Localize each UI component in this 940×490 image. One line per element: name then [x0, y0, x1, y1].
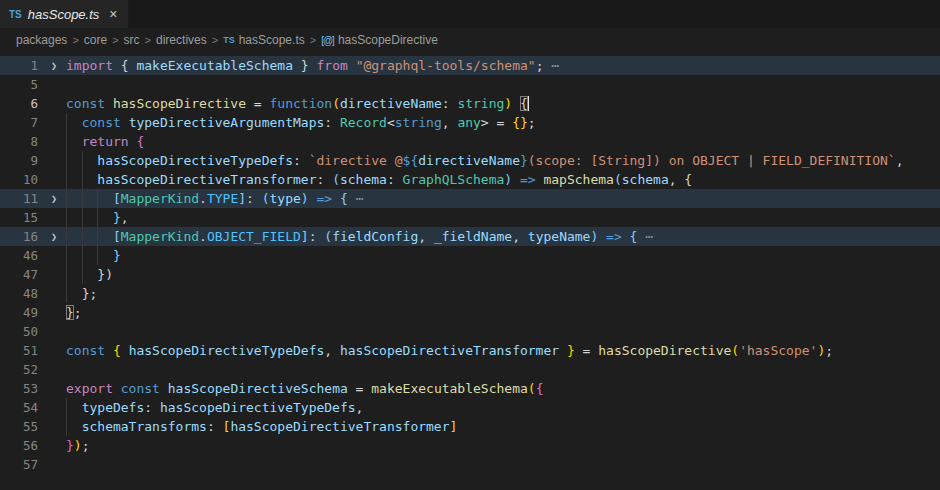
code-text: hasScopeDirectiveTransformer: (schema: G…	[66, 172, 692, 187]
breadcrumb-label: src	[124, 33, 140, 47]
indent-guide	[82, 151, 83, 170]
vscode-window: TS hasScope.ts × packages>core>src>direc…	[0, 0, 940, 490]
breadcrumb-item-src[interactable]: src	[124, 33, 140, 47]
breadcrumb-label: hasScope.ts	[239, 33, 305, 47]
code-text: export const hasScopeDirectiveSchema = m…	[66, 381, 543, 396]
chevron-right-icon[interactable]: ❯	[46, 189, 62, 208]
tab-bar: TS hasScope.ts ×	[0, 0, 940, 28]
indent-guide	[97, 208, 98, 227]
line-number[interactable]: 16	[0, 227, 38, 246]
code-text: schemaTransforms: [hasScopeDirectiveTran…	[66, 419, 457, 434]
code-text: }	[66, 248, 121, 263]
chevron-right-icon: >	[72, 34, 78, 46]
code-line[interactable]: 16❯ [MapperKind.OBJECT_FIELD]: (fieldCon…	[0, 227, 940, 246]
code-line[interactable]: 48 };	[0, 284, 940, 303]
code-line[interactable]: 9 hasScopeDirectiveTypeDefs: `directive …	[0, 151, 940, 170]
indent-guide	[66, 208, 67, 227]
code-line[interactable]: 6const hasScopeDirective = function(dire…	[0, 94, 940, 113]
breadcrumb-item-core[interactable]: core	[84, 33, 107, 47]
code-line[interactable]: 46 }	[0, 246, 940, 265]
indent-guide	[66, 151, 67, 170]
typescript-file-icon: TS	[9, 9, 22, 20]
code-line[interactable]: 1❯import { makeExecutableSchema } from "…	[0, 56, 940, 75]
line-number[interactable]: 46	[0, 246, 38, 265]
chevron-right-icon: >	[212, 34, 218, 46]
indent-guide	[66, 284, 67, 303]
typescript-file-icon: TS	[223, 35, 235, 45]
line-number[interactable]: 54	[0, 398, 38, 417]
line-number[interactable]: 1	[0, 56, 38, 75]
code-text: typeDefs: hasScopeDirectiveTypeDefs,	[66, 400, 363, 415]
indent-guide	[82, 170, 83, 189]
code-line[interactable]: 56});	[0, 436, 940, 455]
line-number[interactable]: 11	[0, 189, 38, 208]
indent-guide	[82, 227, 83, 246]
line-number[interactable]: 6	[0, 94, 38, 113]
code-text: const { hasScopeDirectiveTypeDefs, hasSc…	[66, 343, 833, 358]
indent-guide	[97, 227, 98, 246]
code-line[interactable]: 15 },	[0, 208, 940, 227]
indent-guide	[66, 227, 67, 246]
code-line[interactable]: 49};	[0, 303, 940, 322]
breadcrumb-item-hasscope-ts[interactable]: TShasScope.ts	[223, 33, 305, 47]
indent-guide	[82, 246, 83, 265]
breadcrumb-label: directives	[156, 33, 207, 47]
line-number[interactable]: 15	[0, 208, 38, 227]
code-line[interactable]: 10 hasScopeDirectiveTransformer: (schema…	[0, 170, 940, 189]
indent-guide	[66, 246, 67, 265]
line-number[interactable]: 5	[0, 75, 38, 94]
code-line[interactable]: 52	[0, 360, 940, 379]
tab-hasscope-ts[interactable]: TS hasScope.ts ×	[0, 0, 129, 28]
breadcrumb-item-hasscopedirective[interactable]: [@]hasScopeDirective	[321, 33, 438, 47]
code-line[interactable]: 7 const typeDirectiveArgumentMaps: Recor…	[0, 113, 940, 132]
chevron-right-icon: >	[145, 34, 151, 46]
line-number[interactable]: 57	[0, 455, 38, 474]
code-editor: 1❯import { makeExecutableSchema } from "…	[0, 52, 940, 490]
code-line[interactable]: 55 schemaTransforms: [hasScopeDirectiveT…	[0, 417, 940, 436]
breadcrumb-item-directives[interactable]: directives	[156, 33, 207, 47]
code-text: };	[66, 305, 82, 320]
line-number[interactable]: 48	[0, 284, 38, 303]
line-number[interactable]: 55	[0, 417, 38, 436]
code-line[interactable]: 47 })	[0, 265, 940, 284]
code-text: })	[66, 267, 113, 282]
code-text: [MapperKind.OBJECT_FIELD]: (fieldConfig,…	[66, 229, 653, 244]
line-number[interactable]: 9	[0, 151, 38, 170]
symbol-variable-icon: [@]	[321, 35, 334, 46]
close-icon[interactable]: ×	[109, 7, 117, 21]
tab-title: hasScope.ts	[28, 7, 100, 22]
code-text: };	[66, 286, 97, 301]
line-number[interactable]: 49	[0, 303, 38, 322]
chevron-right-icon: >	[310, 34, 316, 46]
code-line[interactable]: 57	[0, 455, 940, 474]
line-number[interactable]: 56	[0, 436, 38, 455]
chevron-right-icon[interactable]: ❯	[46, 227, 62, 246]
chevron-right-icon[interactable]: ❯	[46, 56, 62, 75]
line-number[interactable]: 53	[0, 379, 38, 398]
code-line[interactable]: 11❯ [MapperKind.TYPE]: (type) => { ⋯	[0, 189, 940, 208]
text-cursor	[528, 96, 530, 111]
code-line[interactable]: 8 return {	[0, 132, 940, 151]
code-line[interactable]: 50	[0, 322, 940, 341]
indent-guide	[82, 265, 83, 284]
indent-guide	[82, 208, 83, 227]
chevron-right-icon: >	[112, 34, 118, 46]
breadcrumb: packages>core>src>directives>TShasScope.…	[0, 28, 940, 52]
line-number[interactable]: 52	[0, 360, 38, 379]
line-number[interactable]: 50	[0, 322, 38, 341]
code-text: const hasScopeDirective = function(direc…	[66, 96, 529, 111]
code-line[interactable]: 5	[0, 75, 940, 94]
breadcrumb-item-packages[interactable]: packages	[16, 33, 67, 47]
line-number[interactable]: 7	[0, 113, 38, 132]
code-line[interactable]: 51const { hasScopeDirectiveTypeDefs, has…	[0, 341, 940, 360]
line-number[interactable]: 8	[0, 132, 38, 151]
line-number[interactable]: 51	[0, 341, 38, 360]
indent-guide	[82, 189, 83, 208]
line-number[interactable]: 10	[0, 170, 38, 189]
indent-guide	[66, 170, 67, 189]
indent-guide	[66, 189, 67, 208]
code-line[interactable]: 53export const hasScopeDirectiveSchema =…	[0, 379, 940, 398]
breadcrumb-label: core	[84, 33, 107, 47]
code-line[interactable]: 54 typeDefs: hasScopeDirectiveTypeDefs,	[0, 398, 940, 417]
line-number[interactable]: 47	[0, 265, 38, 284]
